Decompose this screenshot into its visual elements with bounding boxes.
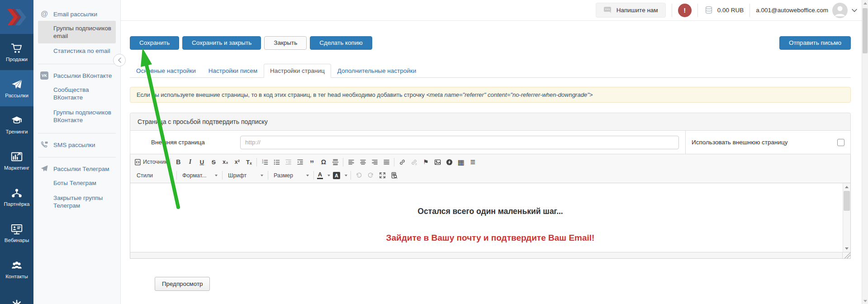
toolbar-separator	[170, 158, 171, 166]
underline-icon: U	[200, 159, 204, 166]
external-page-url-input[interactable]	[240, 136, 679, 149]
left-nav-item-trainings[interactable]: Тренинги	[0, 106, 33, 142]
tab-letter-settings[interactable]: Настройки писем	[202, 64, 264, 78]
left-nav-item-settings[interactable]	[0, 287, 33, 304]
flash-icon	[446, 159, 453, 166]
scroll-up-icon[interactable]	[862, 0, 868, 6]
scroll-down-icon[interactable]	[862, 298, 868, 304]
image-button[interactable]	[432, 157, 443, 168]
page-break-button[interactable]	[329, 157, 341, 168]
sidebar-item-telegram-mailings[interactable]: Рассылки Телеграм	[38, 162, 116, 176]
preview-button[interactable]: Предпросмотр	[155, 277, 210, 291]
font-dropdown[interactable]: Шрифт	[224, 170, 266, 181]
scroll-up-icon[interactable]	[843, 183, 850, 190]
save-button[interactable]: Сохранить	[130, 36, 179, 50]
size-dropdown[interactable]: Размер	[270, 170, 312, 181]
bold-button[interactable]: B	[172, 157, 184, 168]
secondary-sidebar: @Email рассылкиГруппы подписчиков emailС…	[33, 0, 121, 304]
editor-text-line1: Остался всего один маленький шаг...	[130, 183, 850, 216]
left-nav-item-webinars[interactable]: Вебинары	[0, 215, 33, 251]
sidebar-item-telegram-closed-groups[interactable]: Закрытые группы Телеграм	[38, 190, 116, 213]
people-icon	[11, 260, 23, 271]
page-scrollbar[interactable]	[862, 0, 868, 304]
underline-button[interactable]: U	[196, 157, 208, 168]
editor-resize-grip[interactable]	[842, 252, 850, 258]
subscript-button[interactable]: x₂	[219, 157, 231, 168]
format-dropdown[interactable]: Формат...	[179, 170, 220, 181]
tab-main-settings[interactable]: Основные настройки	[130, 64, 202, 78]
balance-amount: 0.00 RUB	[717, 7, 744, 14]
sidebar-item-vk-subscriber-groups[interactable]: Группы подписчиков ВКонтакте	[38, 105, 116, 128]
link-button[interactable]	[396, 157, 408, 168]
left-nav-item-marketing[interactable]: Маркетинг	[0, 142, 33, 179]
tab-additional-settings[interactable]: Дополнительные настройки	[331, 64, 423, 78]
close-button[interactable]: Закрыть	[264, 36, 307, 50]
side-menu-item-label: Боты Телеграм	[53, 179, 96, 187]
align-center-button[interactable]	[357, 157, 369, 168]
editor-scrollbar-thumb[interactable]	[844, 191, 850, 211]
contact-us-button[interactable]: Напишите нам	[596, 3, 666, 18]
text-color-button[interactable]: A	[316, 170, 332, 181]
send-email-button[interactable]: Отправить письмо	[779, 36, 851, 50]
align-right-button[interactable]	[369, 157, 380, 168]
numbered-list-button[interactable]: 12	[259, 157, 270, 168]
italic-button[interactable]: I	[184, 157, 196, 168]
indent-button[interactable]	[294, 157, 306, 168]
bulleted-list-button[interactable]	[270, 157, 282, 168]
side-menu-item-label: Сообщества ВКонтакте	[53, 86, 111, 101]
editor-content[interactable]: Остался всего один маленький шаг... Зайд…	[130, 183, 850, 252]
sidebar-item-sms-mailings[interactable]: SMS рассылки	[38, 138, 116, 152]
editor-vertical-scrollbar[interactable]	[843, 183, 850, 252]
sidebar-collapse-button[interactable]	[113, 54, 126, 66]
page-scrollbar-thumb[interactable]	[863, 8, 868, 53]
contact-us-label: Напишите нам	[617, 7, 658, 14]
align-justify-button[interactable]	[380, 157, 392, 168]
account-balance[interactable]: 0.00 RUB	[704, 6, 744, 15]
left-nav-item-contacts[interactable]: Контакты	[0, 251, 33, 287]
blockquote-button[interactable]: ”	[306, 157, 318, 168]
sidebar-item-vk-communities[interactable]: Сообщества ВКонтакте	[38, 82, 116, 105]
strikethrough-button[interactable]: S	[208, 157, 219, 168]
sidebar-item-vk-mailings[interactable]: VKРассылки ВКонтакте	[38, 69, 116, 82]
bg-color-button[interactable]: A	[332, 170, 349, 181]
preview-button[interactable]	[388, 170, 400, 181]
special-char-button[interactable]: Ω	[318, 157, 329, 168]
tab-page-settings[interactable]: Настройки страниц	[264, 64, 331, 78]
bg-color-icon: A	[333, 172, 340, 179]
side-menu-group-vk-mailings: VKРассылки ВКонтактеСообщества ВКонтакте…	[38, 64, 116, 133]
left-nav-item-affiliate[interactable]: Партнёрка	[0, 179, 33, 215]
side-menu-group-sms-mailings: SMS рассылки	[38, 133, 116, 157]
undo-icon	[356, 172, 362, 179]
make-copy-button[interactable]: Сделать копию	[310, 36, 372, 50]
sidebar-item-email-subscriber-groups[interactable]: Группы подписчиков email	[38, 21, 116, 43]
maximize-button[interactable]	[376, 170, 388, 181]
horizontal-rule-button[interactable]: ≣	[467, 157, 479, 168]
left-nav-item-mailings[interactable]: Рассылки	[0, 70, 33, 106]
flash-button[interactable]	[443, 157, 455, 168]
sidebar-item-email-mailings[interactable]: @Email рассылки	[38, 7, 116, 21]
scroll-down-icon[interactable]	[843, 245, 850, 252]
outdent-button	[282, 157, 294, 168]
side-menu-group-email-mailings: @Email рассылкиГруппы подписчиков emailС…	[38, 3, 116, 64]
sidebar-item-email-statistics[interactable]: Статистика по email	[38, 43, 116, 58]
source-button[interactable]: Источник	[133, 157, 168, 168]
table-button[interactable]: ▦	[455, 157, 467, 168]
anchor-button[interactable]: ⚑	[420, 157, 432, 168]
superscript-button[interactable]: x²	[231, 157, 243, 168]
alert-badge[interactable]: !	[678, 4, 692, 17]
left-nav-item-sales[interactable]: Продажи	[0, 34, 33, 70]
save-and-close-button[interactable]: Сохранить и закрыть	[182, 36, 261, 50]
action-buttons-row: Сохранить Сохранить и закрыть Закрыть Сд…	[130, 36, 851, 50]
align-left-button[interactable]	[345, 157, 357, 168]
use-external-page-checkbox[interactable]	[837, 139, 844, 146]
webinar-monitor-icon	[11, 223, 23, 235]
app-logo[interactable]	[0, 0, 33, 34]
align-center-icon	[360, 159, 366, 166]
remove-format-button[interactable]: Tₓ	[243, 157, 255, 168]
preview-icon	[391, 172, 398, 179]
sidebar-item-telegram-bots[interactable]: Боты Телеграм	[38, 176, 116, 190]
gear-icon	[11, 299, 23, 304]
account-menu[interactable]: a.001@autoweboffice.com	[756, 3, 857, 18]
graduation-cap-icon	[11, 115, 23, 127]
styles-dropdown[interactable]: Стили	[133, 170, 175, 181]
